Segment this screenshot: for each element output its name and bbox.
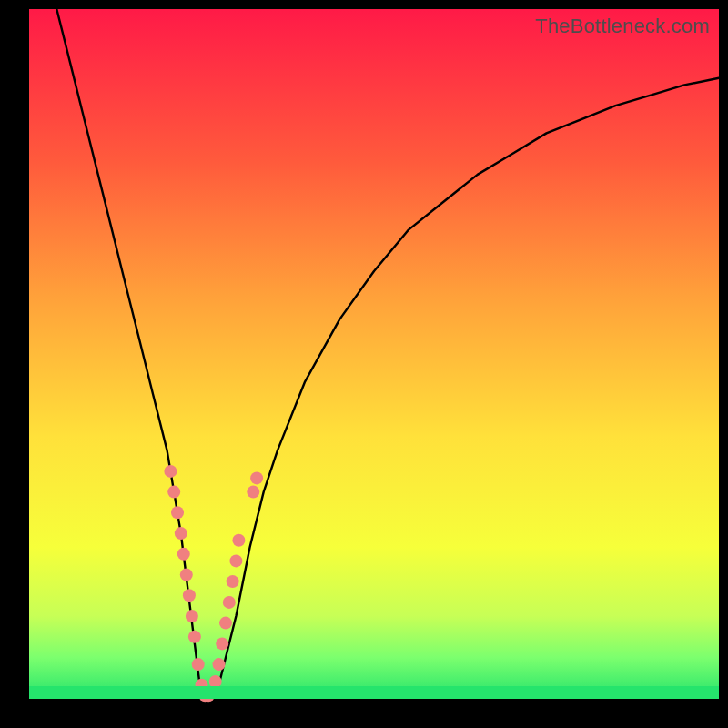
cluster-dot [247, 486, 259, 499]
cluster-dot [216, 637, 228, 650]
cluster-dot [229, 554, 242, 567]
cluster-dot [188, 631, 201, 643]
cluster-dot [219, 617, 232, 630]
cluster-dot [232, 534, 245, 547]
cluster-dot [167, 486, 180, 499]
cluster-dot [171, 506, 184, 519]
cluster-dot [186, 610, 198, 622]
cluster-dot [183, 589, 196, 602]
watermark-text: TheBottleneck.com [535, 15, 710, 38]
cluster-dot [223, 596, 236, 609]
cluster-dot [180, 569, 193, 581]
plot-area: TheBottleneck.com [29, 9, 719, 699]
cluster-dot [175, 527, 187, 540]
cluster-dot [177, 548, 190, 561]
bottleneck-curve [56, 9, 719, 699]
cluster-dots [164, 465, 263, 702]
cluster-dot [192, 658, 205, 671]
cluster-dot [164, 465, 177, 478]
cluster-dot [227, 575, 239, 588]
cluster-dot [213, 658, 226, 671]
cluster-dot [250, 471, 263, 484]
chart-svg [29, 9, 719, 699]
floor-band [29, 686, 719, 699]
chart-frame: TheBottleneck.com [0, 0, 728, 728]
